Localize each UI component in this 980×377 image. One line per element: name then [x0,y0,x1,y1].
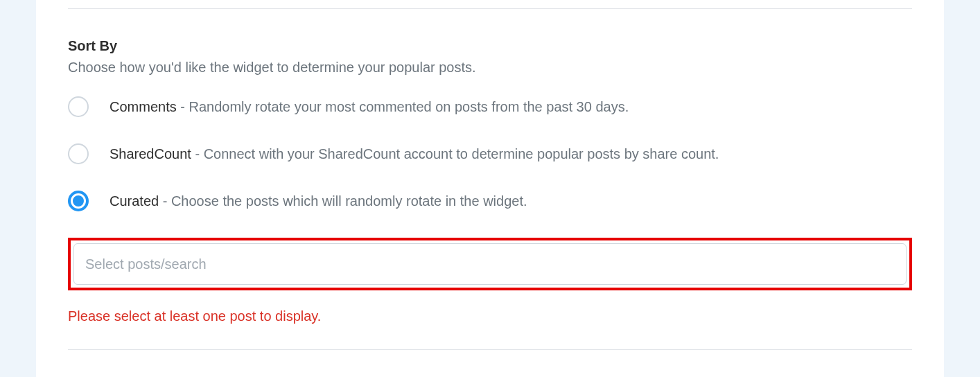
radio-option-curated[interactable]: Curated - Choose the posts which will ra… [68,191,912,211]
section-description: Choose how you'd like the widget to dete… [68,60,912,76]
radio-label: Comments - Randomly rotate your most com… [110,99,629,115]
radio-indicator [68,191,89,211]
radio-label: Curated - Choose the posts which will ra… [110,193,527,209]
posts-search-input[interactable] [73,243,907,285]
radio-option-sharedcount[interactable]: SharedCount - Connect with your SharedCo… [68,143,912,164]
radio-indicator [68,143,89,164]
settings-panel: Sort By Choose how you'd like the widget… [36,0,944,377]
section-title: Sort By [68,38,912,54]
radio-option-comments[interactable]: Comments - Randomly rotate your most com… [68,96,912,117]
sort-by-section: Sort By Choose how you'd like the widget… [68,9,912,350]
divider-bottom [68,349,912,350]
radio-label-desc: - Connect with your SharedCount account … [191,146,719,161]
radio-label-desc: - Randomly rotate your most commented on… [177,99,629,114]
radio-label-desc: - Choose the posts which will randomly r… [159,193,527,209]
validation-error: Please select at least one post to displ… [68,308,912,324]
search-highlight-box [68,238,912,290]
radio-label-strong: Comments [110,99,177,114]
sort-by-radio-group: Comments - Randomly rotate your most com… [68,96,912,211]
radio-label-strong: SharedCount [110,146,191,161]
radio-label-strong: Curated [110,193,159,209]
radio-label: SharedCount - Connect with your SharedCo… [110,146,719,162]
radio-indicator [68,96,89,117]
